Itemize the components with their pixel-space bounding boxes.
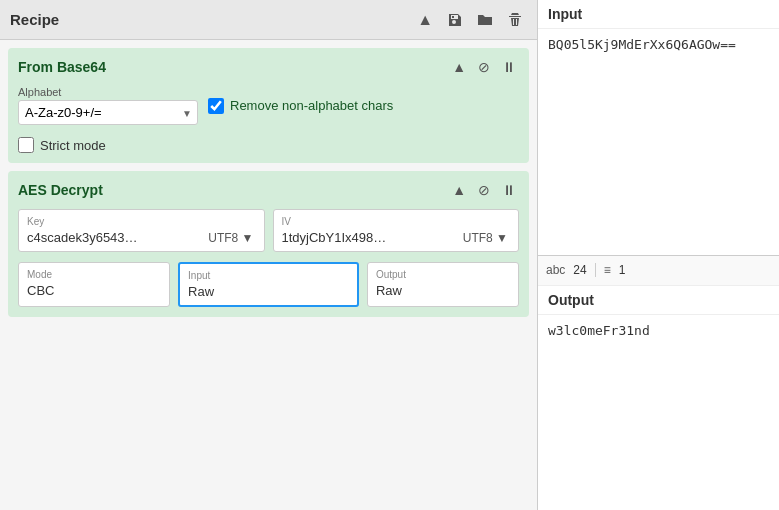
output-section: abc 24 ≡ 1 Output w3lc0meFr31nd: [538, 256, 779, 511]
remove-nonalpha-label: Remove non-alphabet chars: [230, 98, 393, 113]
recipe-title: Recipe: [10, 11, 59, 28]
iv-value: 1tdyjCbY1Ix498…: [282, 230, 461, 245]
toolbar-abc-icon: abc: [546, 263, 565, 277]
mode-box: Mode CBC: [18, 262, 170, 307]
recipe-folder-button[interactable]: [473, 10, 497, 30]
aes-output-box: Output Raw: [367, 262, 519, 307]
mode-label: Mode: [27, 269, 161, 280]
key-encoding-dropdown[interactable]: UTF8 ▼: [206, 231, 255, 245]
recipe-header-icons: ▲: [413, 9, 527, 31]
alphabet-select[interactable]: A-Za-z0-9+/=: [18, 100, 198, 125]
toolbar-char-count: 24: [573, 263, 586, 277]
mode-value: CBC: [27, 283, 161, 298]
recipe-header: Recipe ▲: [0, 0, 537, 40]
aes-output-label: Output: [376, 269, 510, 280]
aes-decrypt-section: AES Decrypt ▲ ⊘ ⏸ Key c4scadek3y6543… UT…: [8, 171, 529, 317]
strict-mode-row: Strict mode: [18, 137, 519, 153]
alphabet-label: Alphabet: [18, 86, 198, 98]
aes-decrypt-header: AES Decrypt ▲ ⊘ ⏸: [18, 181, 519, 199]
alphabet-field: Alphabet A-Za-z0-9+/=: [18, 86, 198, 125]
iv-encoding-dropdown[interactable]: UTF8 ▼: [461, 231, 510, 245]
from-base64-pause-button[interactable]: ⏸: [499, 58, 519, 76]
recipe-trash-button[interactable]: [503, 10, 527, 30]
iv-box: IV 1tdyjCbY1Ix498… UTF8 ▼: [273, 209, 520, 252]
alphabet-select-wrapper: A-Za-z0-9+/=: [18, 100, 198, 125]
key-value: c4scadek3y6543…: [27, 230, 206, 245]
aes-decrypt-icons: ▲ ⊘ ⏸: [449, 181, 519, 199]
remove-nonalpha-row: Remove non-alphabet chars: [208, 98, 393, 114]
recipe-save-button[interactable]: [443, 10, 467, 30]
aes-decrypt-collapse-button[interactable]: ▲: [449, 181, 469, 199]
output-title: Output: [538, 286, 779, 315]
aes-decrypt-pause-button[interactable]: ⏸: [499, 181, 519, 199]
left-panel: Recipe ▲ From Base64: [0, 0, 538, 510]
from-base64-header: From Base64 ▲ ⊘ ⏸: [18, 58, 519, 76]
from-base64-icons: ▲ ⊘ ⏸: [449, 58, 519, 76]
iv-value-row: 1tdyjCbY1Ix498… UTF8 ▼: [282, 230, 511, 245]
aes-input-box: Input Raw: [178, 262, 359, 307]
key-iv-row: Key c4scadek3y6543… UTF8 ▼ IV 1tdyjCbY1I…: [18, 209, 519, 252]
aes-input-value: Raw: [188, 284, 349, 299]
toolbar-line-count: 1: [619, 263, 626, 277]
key-label: Key: [27, 216, 256, 227]
toolbar-lines-icon: ≡: [604, 263, 611, 277]
output-toolbar: abc 24 ≡ 1: [538, 256, 779, 286]
right-panel: Input BQ05l5Kj9MdErXx6Q6AGOw== abc 24 ≡ …: [538, 0, 779, 510]
mode-input-output-row: Mode CBC Input Raw Output Raw: [18, 262, 519, 307]
key-box: Key c4scadek3y6543… UTF8 ▼: [18, 209, 265, 252]
aes-decrypt-title: AES Decrypt: [18, 182, 103, 198]
toolbar-divider: [595, 263, 596, 277]
iv-label: IV: [282, 216, 511, 227]
recipe-collapse-button[interactable]: ▲: [413, 9, 437, 31]
from-base64-collapse-button[interactable]: ▲: [449, 58, 469, 76]
output-content[interactable]: w3lc0meFr31nd: [538, 315, 779, 511]
from-base64-disable-button[interactable]: ⊘: [475, 58, 493, 76]
aes-input-label: Input: [188, 270, 349, 281]
key-value-row: c4scadek3y6543… UTF8 ▼: [27, 230, 256, 245]
from-base64-section: From Base64 ▲ ⊘ ⏸ Alphabet A-Za-z0-9+/= …: [8, 48, 529, 163]
remove-nonalpha-checkbox[interactable]: [208, 98, 224, 114]
strict-mode-label: Strict mode: [40, 138, 106, 153]
alphabet-row: Alphabet A-Za-z0-9+/= Remove non-alphabe…: [18, 86, 519, 125]
from-base64-title: From Base64: [18, 59, 106, 75]
aes-output-value: Raw: [376, 283, 510, 298]
input-section: Input BQ05l5Kj9MdErXx6Q6AGOw==: [538, 0, 779, 256]
input-title: Input: [538, 0, 779, 29]
aes-decrypt-disable-button[interactable]: ⊘: [475, 181, 493, 199]
strict-mode-checkbox[interactable]: [18, 137, 34, 153]
input-content[interactable]: BQ05l5Kj9MdErXx6Q6AGOw==: [538, 29, 779, 255]
